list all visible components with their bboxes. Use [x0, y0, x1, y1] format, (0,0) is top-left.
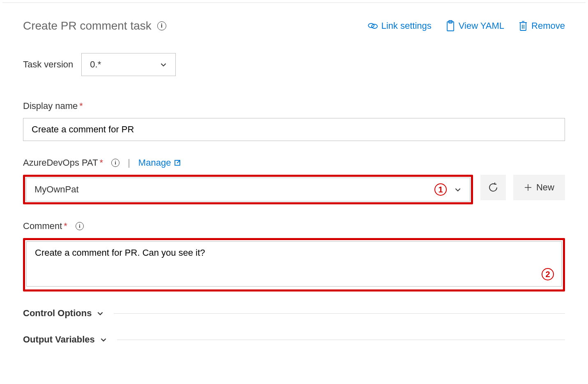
task-version-select[interactable]: 0.*: [81, 53, 176, 76]
task-version-value: 0.*: [90, 59, 101, 70]
task-version-row: Task version 0.*: [23, 53, 565, 76]
new-label: New: [536, 182, 554, 193]
link-settings-button[interactable]: Link settings: [368, 20, 432, 32]
display-name-label: Display name*: [23, 101, 83, 111]
display-name-label-row: Display name*: [23, 101, 565, 111]
pat-label: AzureDevOps PAT*: [23, 157, 103, 168]
task-version-label: Task version: [23, 59, 73, 70]
manage-link[interactable]: Manage: [138, 157, 181, 168]
annotation-1: 1: [434, 183, 447, 196]
plus-icon: [524, 183, 532, 192]
clipboard-icon: [446, 20, 455, 32]
separator: |: [128, 157, 130, 168]
chevron-down-icon: [160, 61, 167, 68]
pat-label-row: AzureDevOps PAT* i | Manage: [23, 157, 565, 168]
page-title: Create PR comment task: [23, 19, 152, 32]
svg-point-1: [372, 24, 377, 28]
link-settings-label: Link settings: [381, 21, 432, 31]
remove-button[interactable]: Remove: [518, 20, 565, 32]
output-variables-section[interactable]: Output Variables: [23, 334, 565, 345]
pat-select-annotation: MyOwnPat 1: [23, 175, 473, 204]
svg-point-0: [368, 23, 374, 28]
trash-icon: [518, 20, 528, 32]
divider: [117, 340, 565, 340]
display-name-group: Display name*: [23, 101, 565, 141]
output-variables-label: Output Variables: [23, 334, 95, 345]
external-link-icon: [174, 160, 181, 166]
comment-label-row: Comment* i: [23, 221, 565, 231]
view-yaml-button[interactable]: View YAML: [446, 20, 504, 32]
info-icon[interactable]: i: [76, 222, 84, 230]
link-icon: [368, 21, 378, 30]
pat-select[interactable]: MyOwnPat 1: [26, 178, 470, 201]
control-options-section[interactable]: Control Options: [23, 308, 565, 319]
annotation-2: 2: [542, 268, 554, 280]
chevron-down-icon: [100, 336, 107, 343]
control-options-label: Control Options: [23, 308, 92, 319]
display-name-input[interactable]: [23, 118, 565, 141]
new-button[interactable]: New: [513, 175, 565, 200]
refresh-button[interactable]: [480, 175, 506, 200]
required-asterisk: *: [79, 101, 83, 111]
manage-label: Manage: [138, 157, 171, 168]
svg-line-10: [177, 160, 180, 163]
remove-label: Remove: [531, 21, 565, 31]
chevron-down-icon: [454, 186, 462, 193]
info-icon[interactable]: i: [157, 21, 166, 30]
refresh-icon: [488, 182, 498, 193]
required-asterisk: *: [100, 157, 103, 168]
task-config-panel: Create PR comment task i Link settings V…: [2, 2, 586, 361]
header-left: Create PR comment task i: [23, 19, 166, 32]
header-row: Create PR comment task i Link settings V…: [23, 19, 565, 32]
chevron-down-icon: [96, 310, 104, 317]
pat-group: AzureDevOps PAT* i | Manage MyOwnPat 1: [23, 157, 565, 204]
pat-value: MyOwnPat: [34, 184, 79, 195]
comment-input[interactable]: [26, 241, 562, 287]
divider: [114, 313, 565, 314]
comment-label: Comment*: [23, 221, 67, 231]
svg-rect-4: [520, 23, 526, 30]
pat-row: MyOwnPat 1 New: [23, 175, 565, 204]
comment-group: Comment* i 2: [23, 221, 565, 291]
info-icon[interactable]: i: [111, 159, 119, 167]
comment-annotation: 2: [23, 238, 565, 291]
view-yaml-label: View YAML: [459, 21, 504, 31]
required-asterisk: *: [64, 221, 67, 231]
header-actions: Link settings View YAML Remove: [368, 20, 565, 32]
